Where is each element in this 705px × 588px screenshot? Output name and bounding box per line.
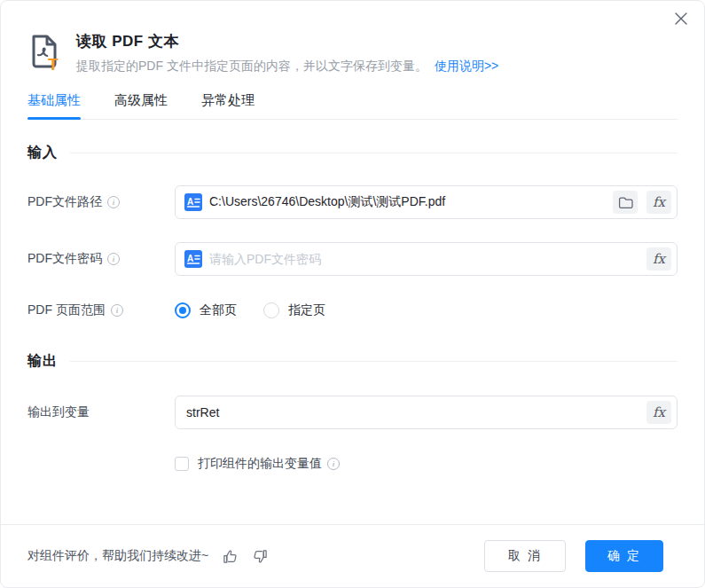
section-input: 输入 <box>27 144 678 162</box>
feedback-text: 对组件评价，帮助我们持续改进~ <box>27 548 208 564</box>
section-output: 输出 <box>27 352 678 371</box>
fx-icon[interactable]: fx <box>646 401 671 424</box>
section-input-title: 输入 <box>27 144 58 162</box>
thumbs-down-icon[interactable] <box>251 548 268 565</box>
row-pdf-password: PDF文件密码 i A fx <box>27 242 678 276</box>
print-output-checkbox[interactable] <box>175 457 189 471</box>
dialog-header: T 读取 PDF 文本 提取指定的PDF 文件中指定页面的内容，并以文字保存到变… <box>27 1 678 74</box>
confirm-button[interactable]: 确 定 <box>585 540 663 572</box>
output-variable-label: 输出到变量 <box>27 404 175 420</box>
tab-bar: 基础属性 高级属性 异常处理 <box>27 92 678 120</box>
cancel-button[interactable]: 取 消 <box>484 540 566 572</box>
print-output-label: 打印组件的输出变量值 i <box>198 456 340 472</box>
page-range-label: PDF 页面范围 i <box>27 302 175 318</box>
info-icon[interactable]: i <box>107 196 120 208</box>
pdf-password-label-text: PDF文件密码 <box>27 251 102 267</box>
radio-all-pages[interactable]: 全部页 <box>175 302 237 318</box>
variable-text-icon: A <box>184 193 202 211</box>
output-variable-input[interactable] <box>186 405 638 419</box>
svg-text:A: A <box>187 254 193 263</box>
pdf-path-input[interactable] <box>209 195 604 209</box>
radio-specified-pages[interactable]: 指定页 <box>263 302 325 318</box>
section-output-title: 输出 <box>27 352 58 371</box>
tab-advanced-properties[interactable]: 高级属性 <box>114 92 168 119</box>
read-pdf-text-dialog: T 读取 PDF 文本 提取指定的PDF 文件中指定页面的内容，并以文字保存到变… <box>1 1 704 587</box>
pdf-password-input[interactable] <box>209 252 638 266</box>
section-divider <box>70 361 678 362</box>
subtitle-text: 提取指定的PDF 文件中指定页面的内容，并以文字保存到变量。 <box>76 59 427 73</box>
pdf-path-label-text: PDF文件路径 <box>27 194 102 210</box>
info-icon[interactable]: i <box>107 253 120 265</box>
radio-all-pages-label: 全部页 <box>200 302 237 318</box>
output-variable-inputbox: fx <box>175 396 678 429</box>
output-variable-label-text: 输出到变量 <box>27 404 90 420</box>
info-icon[interactable]: i <box>327 458 340 470</box>
close-icon[interactable] <box>670 8 692 29</box>
radio-unselected-icon <box>263 302 279 318</box>
row-pdf-path: PDF文件路径 i A fx <box>27 185 678 219</box>
page-range-radio-group: 全部页 指定页 <box>175 302 352 318</box>
pdf-path-label: PDF文件路径 i <box>27 194 175 210</box>
fx-icon[interactable]: fx <box>646 247 671 270</box>
thumbs-up-icon[interactable] <box>223 548 239 565</box>
row-print-output: 打印组件的输出变量值 i <box>175 456 678 472</box>
tab-basic-properties[interactable]: 基础属性 <box>27 92 81 119</box>
page-range-label-text: PDF 页面范围 <box>27 302 106 318</box>
radio-specified-pages-label: 指定页 <box>288 302 325 318</box>
svg-text:A: A <box>187 197 193 207</box>
row-page-range: PDF 页面范围 i 全部页 指定页 <box>27 302 678 318</box>
pdf-text-component-icon: T <box>27 33 61 72</box>
dialog-title: 读取 PDF 文本 <box>76 31 678 51</box>
info-icon[interactable]: i <box>111 304 123 317</box>
pdf-path-inputbox: A fx <box>175 185 678 219</box>
radio-selected-icon <box>175 302 191 318</box>
tab-exception-handling[interactable]: 异常处理 <box>201 92 255 119</box>
section-divider <box>70 153 678 153</box>
help-link[interactable]: 使用说明>> <box>435 59 498 73</box>
dialog-subtitle: 提取指定的PDF 文件中指定页面的内容，并以文字保存到变量。使用说明>> <box>76 59 678 74</box>
feedback-thumbs <box>223 548 268 565</box>
pdf-password-inputbox: A fx <box>175 242 678 276</box>
pdf-password-label: PDF文件密码 i <box>27 251 175 267</box>
row-output-variable: 输出到变量 fx <box>27 396 678 429</box>
fx-icon[interactable]: fx <box>646 191 671 214</box>
variable-text-icon: A <box>184 250 202 268</box>
folder-icon[interactable] <box>613 191 638 214</box>
print-output-label-text: 打印组件的输出变量值 <box>198 456 322 472</box>
dialog-footer: 对组件评价，帮助我们持续改进~ 取 消 确 定 <box>1 524 704 587</box>
svg-text:T: T <box>48 55 59 72</box>
